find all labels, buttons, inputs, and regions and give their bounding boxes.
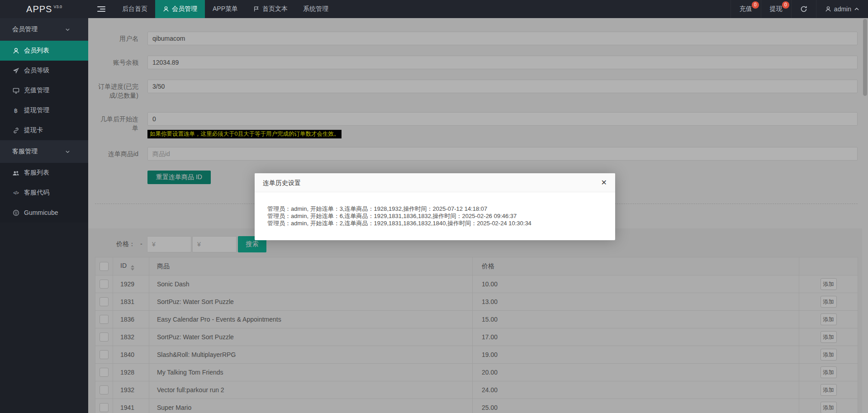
app-logo-text: APPS bbox=[26, 4, 52, 14]
send-icon bbox=[12, 67, 19, 74]
user-icon bbox=[825, 6, 831, 12]
user-icon bbox=[163, 6, 169, 12]
chevron-down-icon bbox=[65, 149, 70, 154]
chevron-up-icon bbox=[854, 6, 859, 12]
sidebar-item-recharge-mgmt[interactable]: 充值管理 bbox=[0, 81, 88, 100]
nav-item-members[interactable]: 会员管理 bbox=[155, 0, 205, 18]
monitor-icon bbox=[12, 87, 19, 94]
history-line: 管理员：admin, 开始连单：6,连单商品：1929,1831,1836,18… bbox=[267, 213, 606, 220]
sidebar-item-withdraw-mgmt[interactable]: ฿ 提现管理 bbox=[0, 100, 88, 120]
top-navbar: APPS V3.0 后台首页 会员管理 APP菜单 首页文本 系统管理 充值 bbox=[0, 0, 868, 18]
sidebar-item-member-level[interactable]: 会员等级 bbox=[0, 61, 88, 81]
user-menu[interactable]: admin bbox=[816, 0, 868, 18]
chain-history-modal: 连单历史设置 ✕ 管理员：admin, 开始连单：3,连单商品：1928,193… bbox=[255, 173, 615, 240]
nav-item-home-text[interactable]: 首页文本 bbox=[246, 0, 295, 18]
app-logo: APPS V3.0 bbox=[0, 0, 88, 18]
close-icon[interactable]: ✕ bbox=[599, 173, 609, 192]
withdraw-badge: 0 bbox=[782, 1, 789, 9]
main-nav: 后台首页 会员管理 APP菜单 首页文本 系统管理 bbox=[114, 0, 336, 18]
sidebar-item-support-code[interactable]: </> 客服代码 bbox=[0, 183, 88, 203]
sidebar-toggle-icon[interactable] bbox=[91, 0, 112, 18]
nav-item-system[interactable]: 系统管理 bbox=[295, 0, 336, 18]
refresh-button[interactable] bbox=[791, 0, 816, 18]
username: admin bbox=[834, 5, 851, 13]
history-line: 管理员：admin, 开始连单：2,连单商品：1929,1831,1836,18… bbox=[267, 220, 606, 227]
content-area: 用户名 账号余额 订单进度(已完成/总数量) 几单后开始连单 如果你要设置连单，… bbox=[88, 18, 868, 413]
sidebar-item-withdraw-card[interactable]: 提现卡 bbox=[0, 120, 88, 140]
user-icon bbox=[12, 47, 19, 54]
navbar-right: 充值 0 提现 0 admin bbox=[730, 0, 868, 18]
modal-body: 管理员：admin, 开始连单：3,连单商品：1928,1932,操作时间：20… bbox=[255, 192, 615, 237]
sidebar-item-member-list[interactable]: 会员列表 bbox=[0, 41, 88, 61]
history-line: 管理员：admin, 开始连单：3,连单商品：1928,1932,操作时间：20… bbox=[267, 205, 606, 213]
link-icon bbox=[12, 127, 19, 134]
modal-title: 连单历史设置 bbox=[255, 173, 615, 192]
bitcoin-icon: ฿ bbox=[12, 107, 19, 114]
flag-icon bbox=[253, 6, 260, 12]
refresh-icon bbox=[800, 5, 807, 13]
sidebar-item-gummicube[interactable]: Gummicube bbox=[0, 203, 88, 223]
sidebar: 会员管理 会员列表 会员等级 充值管理 ฿ 提现管理 提现卡 客服管理 bbox=[0, 18, 88, 413]
chevron-down-icon bbox=[65, 27, 70, 32]
nav-item-app-menu[interactable]: APP菜单 bbox=[205, 0, 246, 18]
code-icon: </> bbox=[12, 190, 19, 195]
sidebar-group-support[interactable]: 客服管理 bbox=[0, 140, 88, 163]
recharge-badge: 0 bbox=[752, 1, 759, 9]
smiley-icon bbox=[12, 209, 19, 216]
users-icon bbox=[12, 170, 19, 176]
nav-item-dashboard[interactable]: 后台首页 bbox=[114, 0, 155, 18]
modal-header: 连单历史设置 ✕ bbox=[255, 173, 615, 192]
recharge-nav-button[interactable]: 充值 0 bbox=[730, 0, 761, 18]
sidebar-group-members[interactable]: 会员管理 bbox=[0, 18, 88, 41]
app-version: V3.0 bbox=[53, 5, 62, 9]
sidebar-item-support-list[interactable]: 客服列表 bbox=[0, 163, 88, 183]
withdraw-nav-button[interactable]: 提现 0 bbox=[761, 0, 791, 18]
